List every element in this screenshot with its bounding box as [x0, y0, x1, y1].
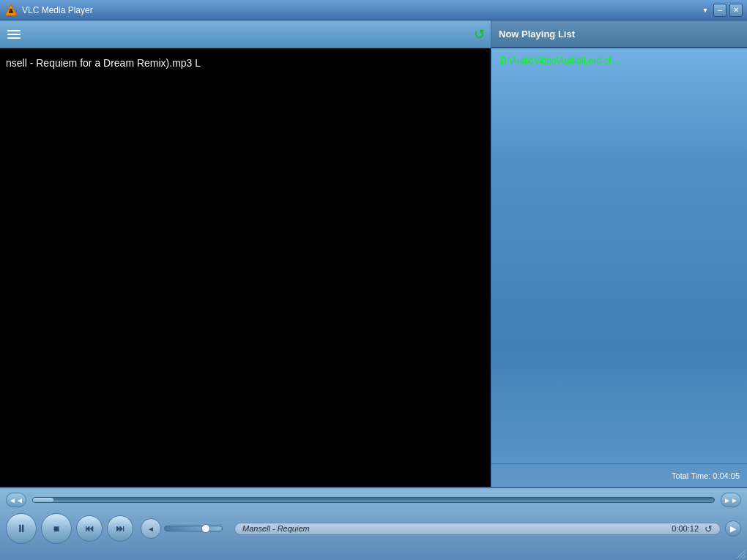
toolbar-right: ↺ — [474, 26, 485, 42]
close-button[interactable]: ✕ — [729, 4, 743, 17]
title-bar-controls: ▼ – ✕ — [700, 4, 743, 17]
playlist-item[interactable]: D:\AudioVideo\Audio\Lord of ... — [497, 54, 741, 67]
playlist-toggle-button[interactable]: ▶ — [725, 520, 741, 537]
controls-area: ◄◄ ►► ⏸ ■ ⏮ ⏭ ◄ Mansell - Requiem 0:00:1… — [0, 487, 747, 560]
vlc-logo-icon — [4, 4, 18, 17]
nowplaying-title: Now Playing List — [499, 29, 575, 40]
resize-handle-icon[interactable] — [737, 550, 746, 559]
prev-button[interactable]: ⏮ — [76, 515, 103, 542]
refresh-icon[interactable]: ↺ — [474, 26, 485, 42]
total-time-label: Total Time: — [672, 471, 710, 480]
next-button[interactable]: ⏭ — [107, 515, 133, 542]
video-filename: nsell - Requiem for a Dream Remix).mp3 L — [6, 57, 201, 69]
svg-line-4 — [740, 553, 746, 559]
svg-line-5 — [743, 556, 746, 559]
menu-icon[interactable] — [6, 26, 22, 42]
video-display: nsell - Requiem for a Dream Remix).mp3 L — [0, 48, 491, 487]
nowplaying-panel: Now Playing List D:\AudioVideo\Audio\Lor… — [491, 20, 747, 487]
nowplaying-footer: Total Time: 0:04:05 — [491, 463, 747, 487]
seekbar-row: ◄◄ ►► — [6, 493, 741, 507]
app-title: VLC Media Player — [22, 5, 93, 15]
status-bar: Mansell - Requiem 0:00:12 ↺ — [234, 523, 721, 535]
title-dropdown-icon[interactable]: ▼ — [700, 5, 710, 15]
volume-down-button[interactable]: ◄ — [141, 518, 161, 539]
title-bar-left: VLC Media Player — [4, 4, 93, 17]
volume-area: ◄ — [141, 518, 223, 539]
seek-forward-button[interactable]: ►► — [721, 493, 741, 507]
stop-button[interactable]: ■ — [41, 513, 72, 544]
volume-slider[interactable] — [164, 526, 223, 531]
main-area: ↺ nsell - Requiem for a Dream Remix).mp3… — [0, 20, 747, 487]
title-bar: VLC Media Player ▼ – ✕ — [0, 0, 747, 20]
nowplaying-content[interactable]: D:\AudioVideo\Audio\Lord of ... — [491, 48, 747, 463]
toolbar-left — [6, 26, 22, 42]
seekbar-track[interactable] — [32, 497, 715, 503]
total-time-value: 0:04:05 — [713, 471, 740, 480]
video-toolbar: ↺ — [0, 20, 491, 48]
svg-rect-2 — [10, 9, 12, 12]
status-track-name: Mansell - Requiem — [242, 524, 666, 533]
repeat-icon[interactable]: ↺ — [705, 523, 713, 534]
seek-back-button[interactable]: ◄◄ — [6, 493, 26, 507]
pause-button[interactable]: ⏸ — [6, 513, 37, 544]
video-panel: ↺ nsell - Requiem for a Dream Remix).mp3… — [0, 20, 491, 487]
volume-handle[interactable] — [201, 524, 210, 533]
controls-row: ⏸ ■ ⏮ ⏭ ◄ Mansell - Requiem 0:00:12 ↺ ▶ — [6, 513, 741, 544]
minimize-button[interactable]: – — [713, 4, 726, 17]
nowplaying-header: Now Playing List — [491, 20, 747, 48]
status-time: 0:00:12 — [672, 524, 699, 533]
seekbar-progress — [33, 498, 53, 502]
